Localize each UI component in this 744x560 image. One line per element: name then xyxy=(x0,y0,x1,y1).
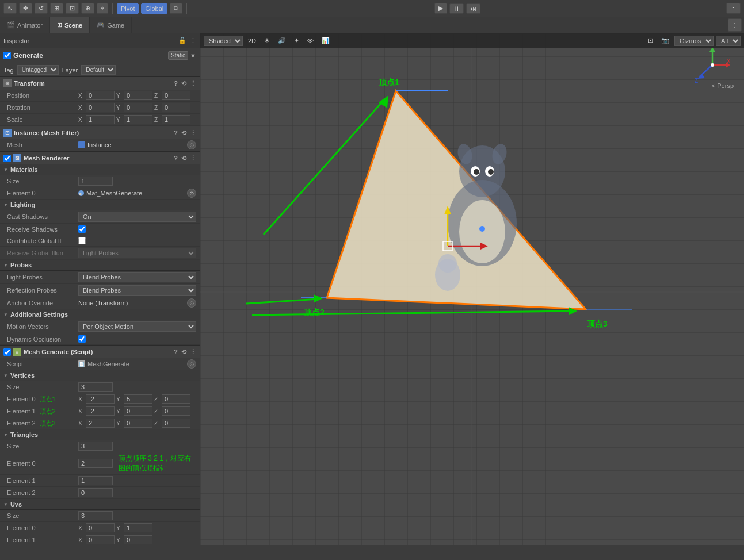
transform-menu-icon[interactable]: ⋮ xyxy=(190,80,196,87)
rotation-z[interactable] xyxy=(162,103,190,112)
hidden-toggle[interactable]: 👁 xyxy=(304,36,316,45)
uv1-x[interactable] xyxy=(86,535,115,544)
lock-icon[interactable]: 🔓 xyxy=(178,37,186,44)
motion-vectors-select[interactable]: Per Object Motion xyxy=(78,321,196,332)
probes-section-title[interactable]: Probes xyxy=(0,260,200,271)
transform-header[interactable]: ⊕ Transform ? ⟲ ⋮ xyxy=(0,77,200,90)
layer-select[interactable]: Default xyxy=(81,65,116,75)
cast-shadows-select[interactable]: On Off Two Sided xyxy=(78,212,196,222)
maximize-btn[interactable]: ⊡ xyxy=(645,36,656,45)
global-button[interactable]: Global xyxy=(141,3,167,14)
light-probes-select[interactable]: Blend Probes xyxy=(78,272,196,282)
mesh-renderer-reset-icon[interactable]: ⟲ xyxy=(181,155,186,162)
mesh-generate-reset-icon[interactable]: ⟲ xyxy=(181,348,186,356)
toolbar-btn-grid[interactable]: ⧉ xyxy=(170,3,182,14)
stats-toggle[interactable]: 📊 xyxy=(319,36,333,45)
play-button[interactable]: ▶ xyxy=(434,3,447,14)
vertex1-x[interactable] xyxy=(86,406,115,416)
uv0-y[interactable] xyxy=(124,523,152,532)
mesh-renderer-enable[interactable] xyxy=(3,155,11,162)
position-z[interactable] xyxy=(162,91,190,100)
lighting-section-title[interactable]: Lighting xyxy=(0,200,200,210)
audio-toggle[interactable]: 🔊 xyxy=(275,36,289,45)
mesh-filter-reset-icon[interactable]: ⟲ xyxy=(181,129,186,137)
lighting-toggle[interactable]: ☀ xyxy=(261,36,273,45)
mat-select-btn[interactable]: ⊙ xyxy=(187,189,196,198)
anchor-select-btn[interactable]: ⊙ xyxy=(187,298,196,308)
toolbar-btn-move[interactable]: ✥ xyxy=(19,3,32,14)
tri-element1-input[interactable] xyxy=(78,476,113,485)
tab-game[interactable]: 🎮 Game xyxy=(90,17,132,33)
gizmos-select[interactable]: Gizmos xyxy=(674,36,714,46)
mesh-filter-help-icon[interactable]: ? xyxy=(174,129,178,137)
transform-help-icon[interactable]: ? xyxy=(174,80,178,87)
tab-scene[interactable]: ⊞ Scene xyxy=(50,17,90,33)
vertex2-x[interactable] xyxy=(86,419,115,428)
object-enable-checkbox[interactable] xyxy=(3,52,11,59)
viewport[interactable]: Shaded 2D ☀ 🔊 ✦ 👁 📊 ⊡ 📷 Gizmos All xyxy=(200,33,744,545)
vertex0-y[interactable] xyxy=(124,394,152,404)
uvs-size-input[interactable] xyxy=(78,511,113,520)
vertex2-z[interactable] xyxy=(162,419,190,428)
vertex1-z[interactable] xyxy=(162,406,190,416)
more-button[interactable]: ⋮ xyxy=(726,3,741,14)
triangles-title[interactable]: Triangles xyxy=(0,429,200,440)
toolbar-btn-rotate[interactable]: ↺ xyxy=(35,3,48,14)
transform-reset-icon[interactable]: ⟲ xyxy=(181,80,186,87)
position-y[interactable] xyxy=(124,91,152,100)
static-dropdown-icon[interactable]: ▼ xyxy=(190,52,196,59)
vertices-size-input[interactable] xyxy=(78,382,113,392)
mesh-filter-header[interactable]: ⊡ Instance (Mesh Filter) ? ⟲ ⋮ xyxy=(0,126,200,139)
dynamic-occlusion-checkbox[interactable] xyxy=(78,335,86,343)
script-select-btn[interactable]: ⊙ xyxy=(187,359,196,369)
toolbar-btn-scale[interactable]: ⊞ xyxy=(50,3,63,14)
additional-settings-title[interactable]: Additional Settings xyxy=(0,309,200,320)
vertices-title[interactable]: Vertices xyxy=(0,370,200,381)
toolbar-btn-transform[interactable]: ⊕ xyxy=(81,3,94,14)
step-button[interactable]: ⏭ xyxy=(466,3,480,14)
mesh-renderer-menu-icon[interactable]: ⋮ xyxy=(190,155,196,162)
scale-z[interactable] xyxy=(162,115,190,124)
vertex2-y[interactable] xyxy=(124,419,152,428)
mesh-generate-menu-icon[interactable]: ⋮ xyxy=(190,348,196,356)
triangles-size-input[interactable] xyxy=(78,442,113,451)
toolbar-btn-arrow[interactable]: ↖ xyxy=(3,3,17,14)
mesh-filter-menu-icon[interactable]: ⋮ xyxy=(190,129,196,137)
tri-element2-input[interactable] xyxy=(78,488,113,497)
uvs-title[interactable]: Uvs xyxy=(0,499,200,510)
camera-btn[interactable]: 📷 xyxy=(658,36,672,45)
pivot-button[interactable]: Pivot xyxy=(117,3,139,14)
scale-y[interactable] xyxy=(124,115,152,124)
inspector-menu-icon[interactable]: ⋮ xyxy=(190,37,196,44)
materials-size-input[interactable] xyxy=(78,177,113,186)
vertex0-x[interactable] xyxy=(86,394,115,404)
contribute-gi-checkbox[interactable] xyxy=(78,237,86,244)
toolbar-btn-rect[interactable]: ⊡ xyxy=(66,3,79,14)
2d-button[interactable]: 2D xyxy=(245,36,259,45)
rotation-y[interactable] xyxy=(124,103,152,112)
effects-toggle[interactable]: ✦ xyxy=(291,36,302,45)
vertex1-y[interactable] xyxy=(124,406,152,416)
position-x[interactable] xyxy=(86,91,115,100)
mesh-renderer-help-icon[interactable]: ? xyxy=(174,155,178,162)
materials-section-title[interactable]: Materials xyxy=(0,164,200,175)
rotation-x[interactable] xyxy=(86,103,115,112)
all-select[interactable]: All xyxy=(716,36,741,46)
vertex0-z[interactable] xyxy=(162,394,190,404)
toolbar-btn-custom[interactable]: ⌖ xyxy=(97,3,108,14)
uv0-x[interactable] xyxy=(86,523,115,532)
mesh-generate-help-icon[interactable]: ? xyxy=(174,348,178,356)
mesh-generate-header[interactable]: # Mesh Generate (Script) ? ⟲ ⋮ xyxy=(0,346,200,358)
mesh-select-btn[interactable]: ⊙ xyxy=(187,140,196,149)
shading-select[interactable]: Shaded xyxy=(204,36,243,46)
scale-x[interactable] xyxy=(86,115,115,124)
uv1-y[interactable] xyxy=(124,535,152,544)
tab-animator[interactable]: 🎬 Animator xyxy=(0,17,50,33)
tab-more-button[interactable]: ⋮ xyxy=(728,18,742,32)
pause-button[interactable]: ⏸ xyxy=(449,3,464,14)
tag-select[interactable]: Untagged xyxy=(17,65,59,75)
mesh-renderer-header[interactable]: ⊠ Mesh Renderer ? ⟲ ⋮ xyxy=(0,152,200,164)
reflection-probes-select[interactable]: Blend Probes xyxy=(78,285,196,296)
mesh-generate-enable[interactable] xyxy=(3,348,11,356)
receive-gi-select[interactable]: Light Probes xyxy=(78,248,196,258)
